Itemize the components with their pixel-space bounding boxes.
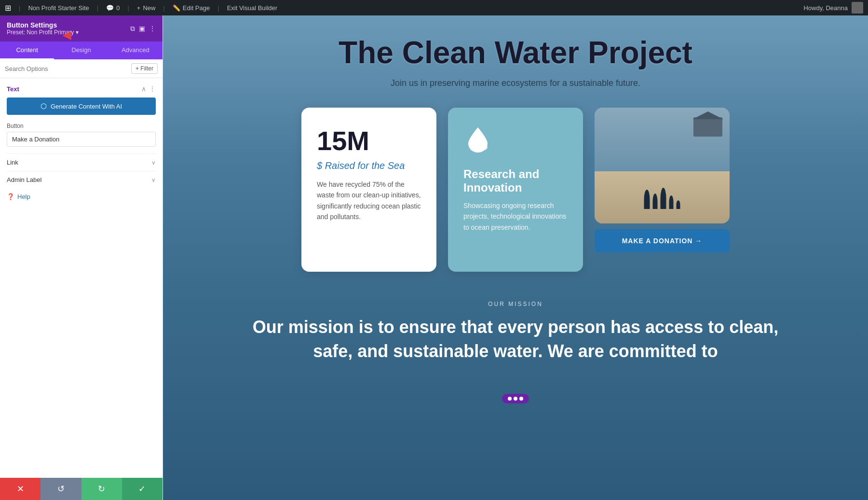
panel-content: Text ∧ ⋮ ⬡ Generate Content With AI Butt…: [0, 78, 163, 478]
stat-description: We have recycled 75% of the waste from o…: [317, 179, 421, 222]
bottom-toolbar: ✕ ↺ ↻ ✓: [0, 478, 163, 500]
copy-icon[interactable]: ⧉: [130, 25, 135, 33]
exit-builder-label: Exit Visual Builder: [227, 4, 278, 12]
link-section: Link ∨: [7, 153, 156, 171]
text-section-title: Text: [7, 85, 19, 93]
dot-2: [514, 397, 517, 401]
admin-label-chevron-icon: ∨: [151, 177, 156, 183]
page-subtitle: Join us in preserving marine ecosystems …: [192, 78, 839, 88]
mission-section: OUR MISSION Our mission is to ensure tha…: [192, 291, 839, 374]
donate-button-label: MAKE A DONATION →: [622, 237, 703, 245]
water-drop-icon: [463, 125, 568, 160]
panel-search-bar: + Filter: [0, 59, 163, 78]
cancel-icon: ✕: [17, 484, 24, 494]
admin-label-section-title: Admin Label: [7, 176, 41, 183]
dot-3: [519, 397, 523, 401]
ai-icon: ⬡: [41, 102, 47, 111]
content-overlay: The Clean Water Project Join us in prese…: [163, 15, 868, 388]
admin-label-section-header[interactable]: Admin Label ∨: [7, 176, 156, 183]
comments-link[interactable]: 💬 0: [106, 4, 120, 12]
stat-card: 15M $ Raised for the Sea We have recycle…: [301, 108, 436, 272]
mission-text: Our mission is to ensure that every pers…: [231, 315, 800, 364]
section-header-icons: ∧ ⋮: [141, 85, 156, 93]
exit-builder-link[interactable]: Exit Visual Builder: [227, 4, 278, 12]
collapse-icon[interactable]: ∧: [141, 85, 146, 93]
red-arrow-indicator: ◀: [63, 29, 71, 42]
page-title: The Clean Water Project: [192, 35, 839, 70]
comments-count: 0: [116, 4, 120, 12]
right-content: The Clean Water Project Join us in prese…: [163, 15, 868, 500]
new-label: New: [143, 4, 155, 12]
cancel-button[interactable]: ✕: [0, 478, 41, 500]
admin-bar-right: Howdy, Deanna: [803, 2, 863, 14]
site-name-text: Non Profit Starter Site: [28, 4, 89, 12]
admin-label-section: Admin Label ∨: [7, 171, 156, 188]
howdy-text: Howdy, Deanna: [803, 4, 848, 12]
redo-icon: ↻: [98, 484, 105, 494]
panel-tabs: Content Design Advanced: [0, 42, 163, 59]
undo-button[interactable]: ↺: [41, 478, 81, 500]
help-label: Help: [17, 193, 30, 200]
edit-page-label: Edit Page: [183, 4, 210, 12]
edit-page-link[interactable]: ✏️ Edit Page: [173, 4, 210, 12]
tab-content[interactable]: Content: [0, 42, 54, 59]
innovation-title: Research and Innovation: [463, 167, 568, 194]
panel-header: Button Settings Preset: Non Profit Prima…: [0, 15, 163, 42]
text-section-header: Text ∧ ⋮: [7, 85, 156, 93]
main-layout: Button Settings Preset: Non Profit Prima…: [0, 15, 868, 500]
left-panel: Button Settings Preset: Non Profit Prima…: [0, 15, 163, 500]
generate-ai-button[interactable]: ⬡ Generate Content With AI: [7, 97, 156, 115]
wp-logo-icon[interactable]: ⊞: [5, 3, 11, 13]
link-section-header[interactable]: Link ∨: [7, 159, 156, 166]
new-link[interactable]: + New: [137, 4, 156, 12]
stat-label: $ Raised for the Sea: [317, 160, 421, 171]
floating-dots: [502, 394, 529, 403]
link-chevron-icon: ∨: [151, 159, 156, 166]
button-field-group: Button: [7, 123, 156, 147]
save-button[interactable]: ✓: [122, 478, 163, 500]
link-section-title: Link: [7, 159, 18, 166]
help-icon: ❓: [7, 193, 14, 200]
image-placeholder: [595, 108, 730, 223]
tab-design[interactable]: Design: [54, 42, 108, 59]
tab-advanced[interactable]: Advanced: [108, 42, 163, 59]
admin-bar: ⊞ | Non Profit Starter Site | 💬 0 | + Ne…: [0, 0, 868, 15]
section-more-icon[interactable]: ⋮: [149, 85, 156, 93]
help-link[interactable]: ❓ Help: [7, 193, 156, 200]
button-field-input[interactable]: [7, 132, 156, 147]
panel-title: Button Settings: [7, 21, 79, 29]
preset-dropdown-icon[interactable]: ▾: [76, 29, 79, 36]
search-input[interactable]: [5, 65, 127, 72]
filter-button[interactable]: + Filter: [131, 63, 158, 74]
image-card-container: MAKE A DONATION →: [595, 108, 730, 252]
donate-button[interactable]: MAKE A DONATION →: [595, 229, 730, 252]
mission-label: OUR MISSION: [231, 301, 800, 307]
ai-button-label: Generate Content With AI: [51, 103, 122, 110]
more-icon[interactable]: ⋮: [149, 25, 156, 32]
dot-1: [508, 397, 512, 401]
innovation-desc: Showcasing ongoing research projects, te…: [463, 200, 568, 233]
location-image: [595, 108, 730, 223]
site-name-link[interactable]: Non Profit Starter Site: [28, 4, 89, 12]
undo-icon: ↺: [57, 484, 65, 494]
stat-number: 15M: [317, 125, 421, 156]
save-icon: ✓: [138, 484, 146, 494]
layout-icon[interactable]: ▣: [139, 25, 145, 32]
cards-row: 15M $ Raised for the Sea We have recycle…: [192, 108, 839, 272]
redo-button[interactable]: ↻: [81, 478, 122, 500]
button-field-label: Button: [7, 123, 156, 129]
innovation-card: Research and Innovation Showcasing ongoi…: [448, 108, 583, 272]
filter-label: + Filter: [136, 65, 153, 72]
avatar[interactable]: [852, 2, 863, 14]
panel-header-icons: ⧉ ▣ ⋮: [130, 25, 156, 33]
